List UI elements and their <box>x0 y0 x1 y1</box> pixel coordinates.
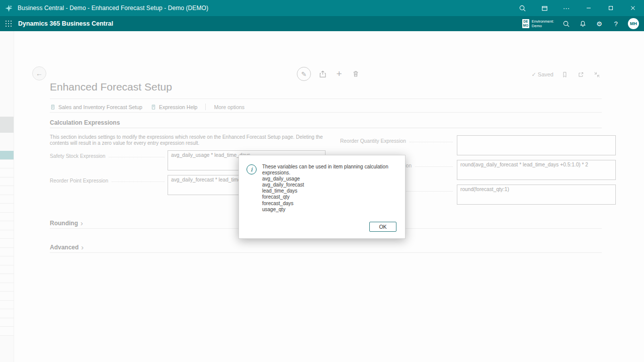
variable-item: lead_time_days <box>262 188 392 194</box>
environment-name: Demo <box>532 24 554 28</box>
ok-button[interactable]: OK <box>369 222 396 232</box>
titlebar-more-icon[interactable]: … <box>555 0 578 16</box>
variable-item: usage_qty <box>262 207 392 213</box>
maximize-button[interactable] <box>600 0 622 16</box>
close-button[interactable] <box>622 0 644 16</box>
app-brand[interactable]: Dynamics 365 Business Central <box>18 20 113 27</box>
variable-item: avg_daily_forecast <box>262 182 392 188</box>
settings-gear-icon[interactable]: ⚙ <box>595 19 604 28</box>
dialog-message: These variables can be used in item plan… <box>262 164 392 176</box>
environment-indicator[interactable]: DEMO Environment: Demo <box>522 19 554 28</box>
help-icon[interactable]: ? <box>611 19 620 28</box>
variable-item: forecast_qty <box>262 194 392 200</box>
variables-info-dialog: i These variables can be used in item pl… <box>238 155 406 239</box>
search-icon[interactable] <box>561 19 571 28</box>
variable-item: forecast_days <box>262 201 392 207</box>
business-central-window: Business Central - Demo - Enhanced Forec… <box>0 0 644 362</box>
variable-item: avg_daily_usage <box>262 176 392 182</box>
titlebar-search-icon[interactable] <box>511 0 533 16</box>
user-avatar[interactable]: MH <box>628 18 639 29</box>
minimize-button[interactable] <box>578 0 600 16</box>
environment-badge: DEMO <box>522 19 529 28</box>
open-in-app-icon[interactable] <box>533 0 555 16</box>
info-icon: i <box>247 164 257 174</box>
business-central-logo-icon <box>5 5 13 12</box>
window-titlebar: Business Central - Demo - Enhanced Forec… <box>0 0 644 16</box>
environment-title: Environment: <box>532 19 554 24</box>
dialog-variable-list: avg_daily_usage avg_daily_forecast lead_… <box>262 176 392 213</box>
notifications-bell-icon[interactable] <box>578 19 587 28</box>
app-header: Dynamics 365 Business Central DEMO Envir… <box>0 16 644 31</box>
main-content: ← Enhanced Forecast Setup ✎ + ✓ Saved <box>0 31 644 362</box>
app-launcher-icon[interactable] <box>0 16 17 31</box>
window-title: Business Central - Demo - Enhanced Forec… <box>18 5 208 12</box>
